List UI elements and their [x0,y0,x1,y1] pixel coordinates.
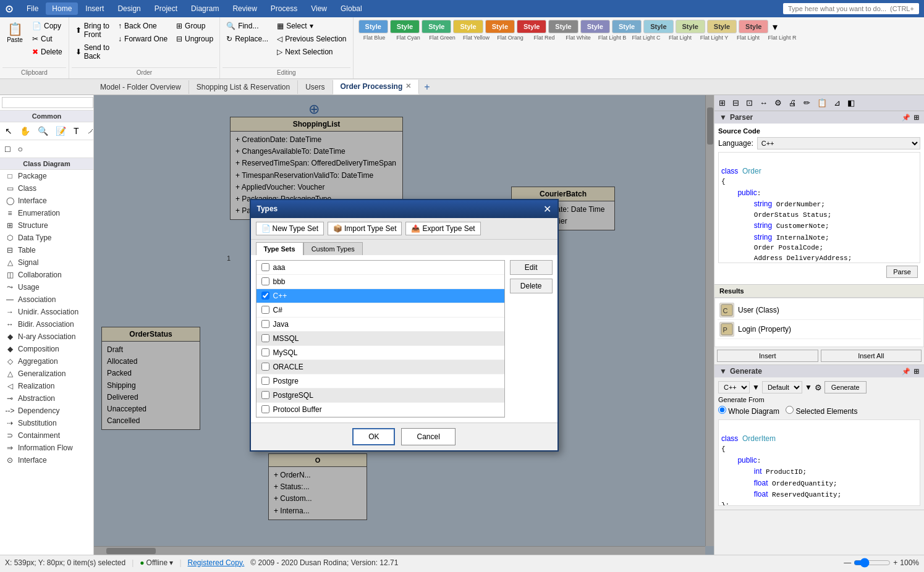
sidebar-item-collaboration[interactable]: ◫ Collaboration [0,269,93,281]
sidebar-item-containment[interactable]: ⊃ Containment [0,429,93,442]
rp-tool-4[interactable]: ↔ [757,97,770,109]
sidebar-item-class[interactable]: ▭ Class [0,182,93,195]
whole-diagram-radio[interactable] [718,406,726,414]
sidebar-item-composition[interactable]: ◆ Composition [0,343,93,355]
sidebar-search-input[interactable] [2,97,93,108]
insert-all-btn[interactable]: Insert All [821,350,922,362]
insert-btn[interactable]: Insert [717,350,818,362]
type-checkbox-4[interactable] [261,320,269,328]
generate-language-select[interactable]: C++ [718,381,750,393]
sidebar-ellipse-tool[interactable]: ○ [14,142,25,156]
generate-default-select[interactable]: Default [762,381,802,393]
sidebar-item-substitution[interactable]: ⇢ Substitution [0,417,93,429]
sidebar-item-realization[interactable]: ◁ Realization [0,380,93,392]
parse-btn[interactable]: Parse [886,266,918,278]
rp-tool-7[interactable]: ✏ [801,97,813,109]
generated-code[interactable]: class OrderItem { public: int ProductID;… [718,419,920,506]
panel-pin-icon[interactable]: 📌 [902,114,910,122]
tab-close-btn[interactable]: ✕ [405,82,411,90]
style-btn-10[interactable]: Style [676,20,705,33]
language-select[interactable]: C++ [757,137,920,149]
style-btn-4[interactable]: Style [485,20,515,33]
delete-type-btn[interactable]: Delete [510,279,553,293]
rp-tool-1[interactable]: ⊞ [716,97,728,109]
parser-header[interactable]: ▼ Parser 📌 ⊞ [714,111,924,124]
sidebar-item-aggregation[interactable]: ◇ Aggregation [0,355,93,368]
ungroup-button[interactable]: ⊟ Ungroup [172,33,217,45]
style-btn-0[interactable]: Style [358,20,388,33]
sidebar-item-table[interactable]: ⊟ Table [0,244,93,256]
type-item-9[interactable]: PostgreSQL [256,389,504,403]
rp-tool-5[interactable]: ⚙ [772,97,784,109]
dialog-tab-typesets[interactable]: Type Sets [256,242,303,255]
tab-2[interactable]: Users [298,80,333,94]
zoom-out-btn[interactable]: — [844,558,851,567]
sidebar-text-tool[interactable]: T [70,124,82,138]
styles-more-btn[interactable]: ▾ [773,20,778,33]
type-item-6[interactable]: MySQL [256,346,504,360]
menu-home[interactable]: Home [46,2,78,15]
generate-expand-icon[interactable]: ⊞ [913,368,919,376]
canvas-area[interactable]: ⊕ ShoppingList + CreationDate: DateTime … [94,95,714,555]
type-item-3[interactable]: C# [256,303,504,318]
type-checkbox-6[interactable] [261,348,269,356]
rp-tool-2[interactable]: ⊟ [730,97,742,109]
status-offline-label[interactable]: Offline ▾ [146,558,174,567]
registered-copy-link[interactable]: Registered Copy. [188,558,245,567]
sidebar-select-tool[interactable]: ↖ [2,124,15,138]
type-checkbox-10[interactable] [261,405,269,413]
style-btn-12[interactable]: Style [739,20,768,33]
type-checkbox-1[interactable] [261,277,269,285]
export-type-set-btn[interactable]: 📤 Export Type Set [405,222,480,235]
style-btn-7[interactable]: Style [580,20,610,33]
type-item-4[interactable]: Java [256,318,504,332]
source-code-editor[interactable]: class Order { public: string OrderNumber… [718,152,920,263]
type-item-2[interactable]: C++ [256,289,504,303]
menu-insert[interactable]: Insert [79,2,110,15]
sidebar-item-enumeration[interactable]: ≡ Enumeration [0,207,93,219]
style-btn-3[interactable]: Style [453,20,483,33]
type-item-8[interactable]: Postgre [256,374,504,389]
dialog-cancel-btn[interactable]: Cancel [401,428,455,445]
type-checkbox-8[interactable] [261,377,269,385]
prev-selection-button[interactable]: ◁ Previous Selection [273,33,350,45]
sidebar-item-usage[interactable]: ⤳ Usage [0,281,93,293]
sidebar-item-package[interactable]: □ Package [0,170,93,182]
type-checkbox-3[interactable] [261,306,269,314]
selected-elements-radio-label[interactable]: Selected Elements [786,406,857,416]
cut-button[interactable]: ✂ Cut [28,33,66,45]
sidebar-item-abstraction[interactable]: ⊸ Abstraction [0,392,93,405]
style-btn-2[interactable]: Style [422,20,451,33]
dialog-ok-btn[interactable]: OK [352,428,395,445]
zoom-slider[interactable] [854,558,891,568]
type-checkbox-9[interactable] [261,391,269,399]
style-btn-9[interactable]: Style [643,20,673,33]
menu-design[interactable]: Design [111,2,146,15]
dialog-tab-customtypes[interactable]: Custom Types [303,242,363,255]
sidebar-item-datatype[interactable]: ⬡ Data Type [0,232,93,244]
style-btn-6[interactable]: Style [548,20,578,33]
tab-1[interactable]: Shopping List & Reservation [189,80,298,94]
sidebar-line-tool[interactable]: ⟋ [83,124,94,138]
sidebar-item-signal[interactable]: △ Signal [0,256,93,269]
find-button[interactable]: 🔍 Find... [223,20,272,32]
sidebar-rect-tool[interactable]: □ [2,142,13,156]
sidebar-item-bidir-association[interactable]: ↔ Bidir. Association [0,318,93,330]
tab-3[interactable]: Order Processing ✕ [333,80,420,95]
type-checkbox-7[interactable] [261,363,269,371]
rp-tool-3[interactable]: ⊡ [744,97,755,109]
menu-diagram[interactable]: Diagram [185,2,225,15]
copy-button[interactable]: 📄 Copy [28,20,66,32]
menu-view[interactable]: View [305,2,333,15]
menu-global[interactable]: Global [334,2,368,15]
sidebar-item-information-flow[interactable]: ⇒ Information Flow [0,442,93,454]
generate-header[interactable]: ▼ Generate 📌 ⊞ [714,365,924,377]
send-back-button[interactable]: ⬇ Send to Back [72,41,113,62]
next-selection-button[interactable]: ▷ Next Selection [273,46,350,58]
sidebar-item-generalization[interactable]: △ Generalization [0,368,93,380]
dialog-close-btn[interactable]: ✕ [543,203,551,215]
rp-tool-8[interactable]: 📋 [815,97,829,109]
sidebar-item-nary-association[interactable]: ◆ N-ary Association [0,330,93,343]
type-item-10[interactable]: Protocol Buffer [256,403,504,417]
result-item-1[interactable]: P Login (Property) [718,320,921,339]
